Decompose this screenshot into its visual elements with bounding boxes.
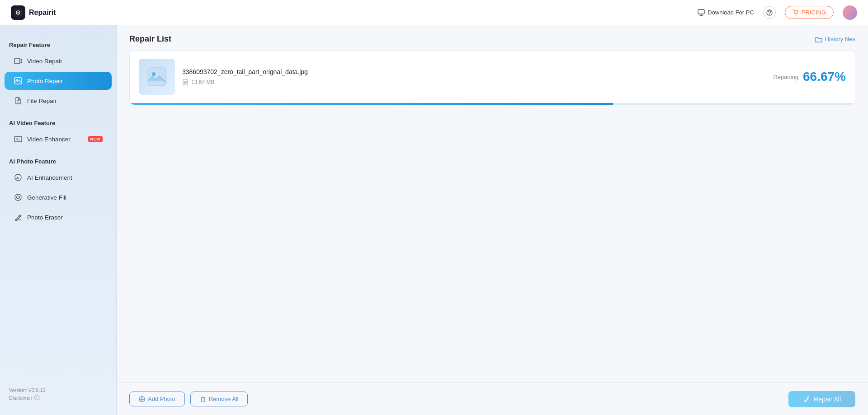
app-header: Repairit Download For PC PRICING (0, 0, 868, 25)
add-icon (139, 396, 145, 402)
sidebar: Repair Feature Video Repair Photo Repair (0, 25, 117, 415)
sidebar-item-file-repair[interactable]: File Repair (5, 92, 112, 110)
file-size-icon (182, 79, 189, 85)
repair-icon (803, 396, 810, 403)
repair-card: 3386093702_zero_tail_part_orignal_data.j… (129, 50, 855, 105)
repair-status: Repairing 66.67% (773, 70, 846, 84)
svg-point-18 (15, 194, 21, 201)
logo: Repairit (11, 5, 56, 20)
file-repair-label: File Repair (27, 98, 103, 104)
add-photo-label: Add Photo (148, 396, 175, 402)
cart-icon (793, 9, 799, 16)
trash-icon (200, 396, 206, 402)
repair-thumbnail (139, 59, 175, 95)
photo-eraser-icon (14, 213, 23, 222)
repair-percent: 66.67% (803, 70, 846, 84)
svg-point-8 (797, 14, 797, 15)
page-title: Repair List (129, 34, 171, 44)
download-for-pc-button[interactable]: Download For PC (698, 9, 754, 16)
svg-point-25 (152, 72, 156, 76)
svg-point-22 (37, 396, 37, 396)
generative-fill-label: Generative Fill (27, 194, 103, 201)
user-avatar[interactable] (843, 5, 857, 20)
sidebar-footer: Version: V3.0.12 Disclaimer (0, 382, 116, 406)
repair-info: 3386093702_zero_tail_part_orignal_data.j… (182, 68, 766, 85)
svg-text:AI: AI (16, 177, 19, 180)
svg-rect-4 (698, 9, 704, 14)
video-enhancer-icon (14, 135, 23, 144)
repair-feature-section-label: Repair Feature (0, 38, 116, 51)
headset-icon (766, 9, 773, 16)
photo-eraser-label: Photo Eraser (27, 214, 103, 221)
logo-text: Repairit (29, 9, 56, 17)
monitor-icon (698, 9, 705, 16)
bottom-toolbar: Add Photo Remove All Repair A (117, 382, 868, 415)
repair-item: 3386093702_zero_tail_part_orignal_data.j… (130, 51, 855, 103)
repair-list-area: 3386093702_zero_tail_part_orignal_data.j… (117, 50, 868, 382)
svg-point-34 (804, 400, 806, 401)
repair-size: 13.67 MB (182, 79, 766, 85)
svg-rect-9 (14, 58, 20, 64)
pricing-label: PRICING (802, 9, 826, 16)
toolbar-left: Add Photo Remove All (129, 392, 248, 406)
sidebar-item-video-repair[interactable]: Video Repair (5, 52, 112, 70)
photo-repair-icon (14, 76, 23, 85)
info-icon (34, 395, 40, 401)
svg-point-7 (795, 14, 796, 15)
sidebar-item-generative-fill[interactable]: Generative Fill (5, 188, 112, 206)
file-size-text: 13.67 MB (191, 79, 214, 85)
ai-video-feature-section-label: AI Video Feature (0, 116, 116, 129)
download-label: Download For PC (708, 9, 754, 16)
svg-point-6 (769, 14, 769, 14)
repair-all-label: Repair All (814, 396, 841, 403)
progress-bar-container (130, 103, 855, 105)
history-files-label: History files (825, 36, 855, 42)
file-repair-icon (14, 96, 23, 105)
history-files-button[interactable]: History files (815, 36, 855, 43)
pricing-button[interactable]: PRICING (785, 6, 834, 19)
remove-all-label: Remove All (209, 396, 239, 402)
content-header: Repair List History files (117, 25, 868, 50)
content-area: Repair List History files (117, 25, 868, 415)
repair-all-button[interactable]: Repair All (788, 391, 855, 407)
repair-filename: 3386093702_zero_tail_part_orignal_data.j… (182, 68, 766, 75)
header-right: Download For PC PRICING (698, 5, 857, 20)
photo-thumbnail-icon (146, 66, 168, 88)
add-photo-button[interactable]: Add Photo (129, 392, 185, 406)
svg-rect-23 (148, 68, 166, 86)
disclaimer-button[interactable]: Disclaimer (9, 395, 107, 401)
sidebar-item-photo-repair[interactable]: Photo Repair (5, 72, 112, 90)
ai-photo-feature-section-label: AI Photo Feature (0, 154, 116, 168)
folder-icon (815, 36, 822, 43)
sidebar-item-photo-eraser[interactable]: Photo Eraser (5, 208, 112, 226)
progress-bar (130, 103, 613, 105)
logo-icon (11, 5, 25, 20)
video-repair-label: Video Repair (27, 58, 103, 65)
help-button[interactable] (763, 6, 776, 19)
ai-enhancement-icon: AI (14, 173, 23, 182)
svg-rect-14 (14, 136, 22, 142)
remove-all-button[interactable]: Remove All (190, 392, 248, 406)
version-text: Version: V3.0.12 (9, 387, 107, 393)
generative-fill-icon (14, 193, 23, 202)
sidebar-item-ai-enhancement[interactable]: AI AI Enhancement (5, 168, 112, 187)
video-repair-icon (14, 56, 23, 65)
sidebar-item-video-enhancer[interactable]: Video Enhancer NEW (5, 130, 112, 148)
new-badge: NEW (88, 136, 103, 142)
repairing-label: Repairing (773, 74, 798, 80)
video-enhancer-label: Video Enhancer (27, 136, 84, 143)
svg-point-3 (18, 12, 19, 13)
photo-repair-label: Photo Repair (27, 78, 103, 84)
ai-enhancement-label: AI Enhancement (27, 174, 103, 181)
main-layout: Repair Feature Video Repair Photo Repair (0, 25, 868, 415)
